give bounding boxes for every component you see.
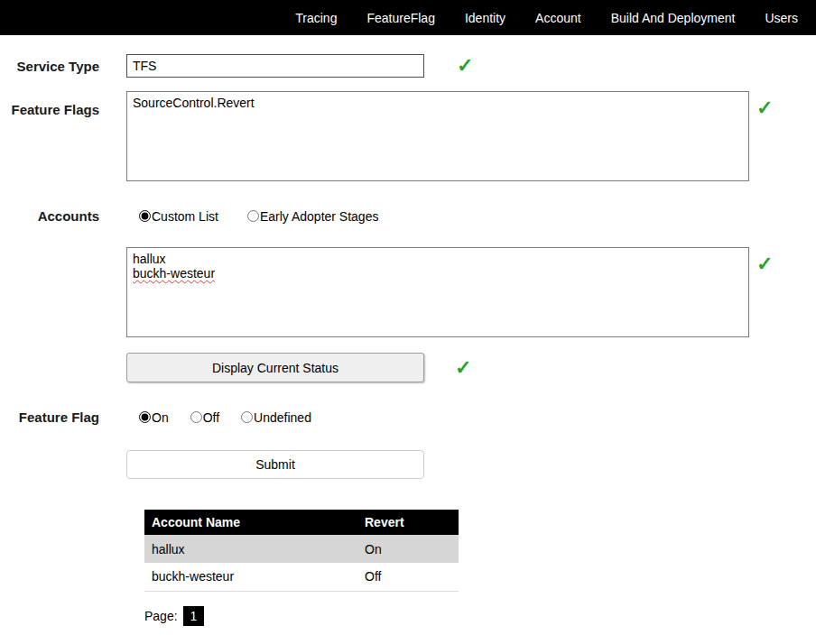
accounts-mode-row: Accounts Custom List Early Adopter Stage… bbox=[0, 208, 816, 224]
service-type-input[interactable] bbox=[126, 54, 424, 78]
account-line: buckh-westeur bbox=[133, 266, 215, 281]
cell-account: buckh-westeur bbox=[144, 563, 357, 591]
radio-custom-list[interactable]: Custom List bbox=[139, 209, 218, 224]
check-icon: ✓ bbox=[455, 358, 471, 378]
feature-flag-label: Feature Flag bbox=[0, 409, 99, 425]
header-revert: Revert bbox=[357, 510, 459, 535]
display-current-status-button[interactable]: Display Current Status bbox=[126, 353, 424, 382]
feature-flag-group: On Off Undefined bbox=[126, 410, 340, 425]
page-label: Page: bbox=[144, 609, 178, 623]
table-row: hallux On bbox=[144, 535, 459, 563]
radio-custom-list-label: Custom List bbox=[152, 209, 218, 224]
radio-early-adopter-stages-input[interactable] bbox=[247, 210, 259, 222]
nav-item-users[interactable]: Users bbox=[765, 11, 798, 25]
cell-revert: On bbox=[357, 535, 459, 563]
header-account-name: Account Name bbox=[144, 510, 357, 535]
nav-item-account[interactable]: Account bbox=[535, 11, 581, 25]
results-table: Account Name Revert hallux On buckh-west… bbox=[144, 510, 459, 592]
check-icon: ✓ bbox=[756, 98, 773, 118]
feature-flags-row: Feature Flags SourceControl.Revert ✓ bbox=[0, 91, 816, 181]
radio-on-label: On bbox=[152, 410, 169, 425]
accounts-list-textarea[interactable]: hallux buckh-westeur bbox=[126, 247, 749, 337]
table-header-row: Account Name Revert bbox=[144, 510, 459, 535]
cell-revert: Off bbox=[357, 563, 459, 591]
nav-item-build-and-deployment[interactable]: Build And Deployment bbox=[611, 11, 736, 25]
top-navbar: Tracing FeatureFlag Identity Account Bui… bbox=[0, 0, 816, 35]
radio-on-input[interactable] bbox=[139, 411, 151, 423]
radio-off[interactable]: Off bbox=[190, 410, 219, 425]
results-table-wrap: Account Name Revert hallux On buckh-west… bbox=[144, 510, 816, 592]
table-row: buckh-westeur Off bbox=[144, 563, 459, 591]
submit-button[interactable]: Submit bbox=[126, 450, 424, 479]
radio-undefined-input[interactable] bbox=[241, 411, 253, 423]
nav-item-featureflag[interactable]: FeatureFlag bbox=[366, 11, 434, 25]
account-line: hallux bbox=[133, 252, 743, 266]
radio-early-adopter-stages[interactable]: Early Adopter Stages bbox=[247, 209, 379, 224]
radio-off-input[interactable] bbox=[190, 411, 202, 423]
service-type-row: Service Type ✓ bbox=[0, 54, 816, 78]
check-icon: ✓ bbox=[457, 56, 473, 76]
feature-flags-label: Feature Flags bbox=[0, 91, 99, 117]
check-icon: ✓ bbox=[756, 254, 773, 274]
feature-flags-value: SourceControl.Revert bbox=[133, 96, 255, 110]
radio-custom-list-input[interactable] bbox=[139, 210, 151, 222]
radio-undefined[interactable]: Undefined bbox=[241, 410, 311, 425]
page-number-button[interactable]: 1 bbox=[183, 606, 205, 626]
feature-flag-row: Feature Flag On Off Undefined bbox=[0, 409, 816, 425]
form-content: Service Type ✓ Feature Flags SourceContr… bbox=[0, 35, 816, 626]
page: Tracing FeatureFlag Identity Account Bui… bbox=[0, 0, 816, 644]
nav-item-identity[interactable]: Identity bbox=[465, 11, 505, 25]
submit-row: Submit bbox=[0, 450, 816, 479]
cell-account: hallux bbox=[144, 535, 357, 563]
radio-on[interactable]: On bbox=[139, 410, 169, 425]
accounts-mode-group: Custom List Early Adopter Stages bbox=[126, 209, 407, 224]
feature-flags-textarea[interactable]: SourceControl.Revert bbox=[126, 91, 749, 181]
service-type-label: Service Type bbox=[0, 59, 99, 74]
accounts-list-row: hallux buckh-westeur ✓ bbox=[0, 247, 816, 337]
radio-early-adopter-stages-label: Early Adopter Stages bbox=[260, 209, 379, 224]
radio-off-label: Off bbox=[203, 410, 219, 425]
pagination: Page: 1 bbox=[144, 606, 816, 626]
radio-undefined-label: Undefined bbox=[254, 410, 311, 425]
accounts-label: Accounts bbox=[0, 208, 99, 224]
nav-item-tracing[interactable]: Tracing bbox=[295, 11, 337, 25]
display-status-row: Display Current Status ✓ bbox=[0, 353, 816, 382]
